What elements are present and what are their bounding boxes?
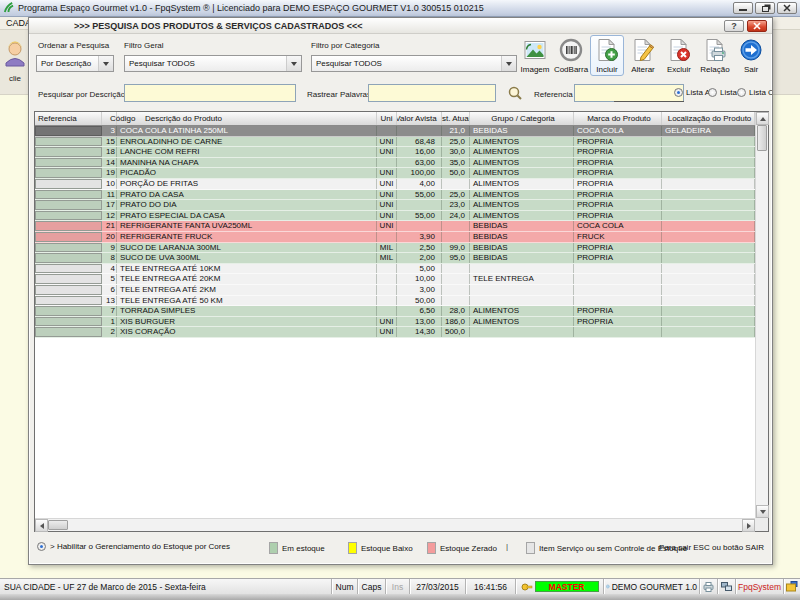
table-row[interactable]: 13TELE ENTREGA ATÉ 50 KM50,00 (35, 296, 755, 307)
cell-codigo: 12 (102, 211, 117, 221)
dialog-titlebar: >>> PESQUISA DOS PRODUTOS & SERVIÇOS CAD… (29, 18, 772, 34)
stock-colors-toggle[interactable]: > Habilitar o Gerenciamento do Estoque p… (37, 542, 230, 551)
alterar-button[interactable]: Alterar (626, 35, 660, 76)
general-filter-label: Filtro Geral (124, 41, 164, 50)
minimize-button[interactable] (733, 2, 753, 14)
table-row[interactable]: 15ENROLADINHO DE CARNEUNI68,4825,0ALIMEN… (35, 137, 755, 148)
relação-button[interactable]: Relação (698, 35, 732, 76)
table-row[interactable]: 10PORÇÃO DE FRITASUNI4,00ALIMENTOSPROPRI… (35, 179, 755, 190)
column-header-c0[interactable]: Referencia (35, 112, 102, 125)
incluir-button[interactable]: Incluir (590, 35, 624, 76)
imagem-button[interactable]: Imagem (518, 35, 552, 76)
list-radio-label: Lista C (749, 88, 773, 97)
column-header-c8[interactable]: Localização do Produto (662, 112, 755, 125)
table-row[interactable]: 5TELE ENTREGA ATÉ 20KM10,00TELE ENTREGA (35, 274, 755, 285)
column-header-c7[interactable]: Marca do Produto (574, 112, 662, 125)
close-button[interactable] (777, 2, 797, 14)
table-row[interactable]: 3COCA COLA LATINHA 250ML21,0BEBIDASCOCA … (35, 126, 755, 137)
table-row[interactable]: 20REFRIGERANTE FRUCK3,90BEBIDASFRUCK (35, 232, 755, 243)
column-header-c4[interactable]: Valor Avista (397, 112, 442, 125)
table-row[interactable]: 11PRATO DA CASAUNI55,0025,0ALIMENTOSPROP… (35, 190, 755, 201)
table-row[interactable]: 2XIS CORAÇÃOUNI14,30500,0 (35, 327, 755, 338)
horizontal-scroll-thumb[interactable] (48, 520, 68, 530)
cell-uni: UNI (377, 317, 397, 327)
cell-uni: MIL (377, 243, 397, 253)
column-header-c5[interactable]: Est. Atual (442, 112, 470, 125)
table-row[interactable]: 17PRATO DO DIAUNI23,0ALIMENTOSPROPRIA (35, 200, 755, 211)
cell-codigo: 5 (102, 274, 117, 284)
cell-marca: PROPRIA (574, 158, 662, 168)
order-filter-select[interactable]: Por Descrição (36, 55, 114, 72)
scroll-left-button[interactable] (35, 519, 48, 532)
vertical-scrollbar[interactable] (755, 112, 768, 518)
table-row[interactable]: 1XIS BURGUERUNI13,00186,0ALIMENTOSPROPRI… (35, 317, 755, 328)
table-row[interactable]: 12PRATO ESPECIAL DA CASAUNI55,0024,0ALIM… (35, 211, 755, 222)
status-network-panel (718, 579, 736, 594)
table-row[interactable]: 21REFRIGERANTE FANTA UVA250MLUNIBEBIDASC… (35, 221, 755, 232)
toolbar-button-label: Excluir (667, 65, 691, 74)
column-header-c3[interactable]: Uni (377, 112, 397, 125)
cell-valor: 6,50 (397, 306, 442, 316)
cell-uni: UNI (377, 137, 397, 147)
status-tray-panel (784, 579, 800, 594)
sair-button[interactable]: Sair (734, 35, 768, 76)
table-row[interactable]: 19PICADÃOUNI100,0050,0ALIMENTOSPROPRIA (35, 168, 755, 179)
column-header-c6[interactable]: Grupo / Categoria (470, 112, 574, 125)
cell-valor: 13,00 (397, 317, 442, 327)
cell-uni: UNI (377, 147, 397, 157)
horizontal-scrollbar[interactable] (35, 518, 755, 531)
category-filter-label: Filtro por Categoria (311, 41, 379, 50)
toolbar-button-label: Imagem (521, 65, 550, 74)
category-filter-select[interactable]: Pesquisar TODOS (311, 55, 517, 72)
cell-descricao: XIS CORAÇÃO (117, 327, 377, 337)
table-row[interactable]: 18LANCHE COM REFRIUNI16,0030,0ALIMENTOSP… (35, 147, 755, 158)
cell-referencia (35, 264, 102, 274)
legend-item: Em estoque (269, 542, 325, 554)
cell-marca: PROPRIA (574, 243, 662, 253)
track-words-input[interactable] (368, 84, 496, 102)
reference-underline (614, 101, 684, 102)
cell-referencia (35, 253, 102, 263)
list-radio-c[interactable]: Lista C (737, 88, 773, 97)
vertical-scroll-thumb[interactable] (757, 125, 767, 151)
column-header-c1[interactable]: Código (102, 112, 117, 125)
table-row[interactable]: 7TORRADA SIMPLES6,5028,0ALIMENTOSPROPRIA (35, 306, 755, 317)
general-filter-select[interactable]: Pesquisar TODOS (124, 55, 302, 72)
cell-marca (574, 327, 662, 337)
clients-toolbar-button[interactable]: clie (2, 38, 28, 83)
list-radio-a[interactable]: Lista A (674, 88, 710, 97)
cell-referencia (35, 243, 102, 253)
table-row[interactable]: 6TELE ENTREGA ATÉ 2KM3,00 (35, 285, 755, 296)
dialog-close-button[interactable] (747, 20, 767, 32)
status-company-panel: DEMO GOURMET 1.0 (604, 579, 700, 594)
restore-button[interactable] (755, 2, 775, 14)
table-row[interactable]: 4TELE ENTREGA ATÉ 10KM5,00 (35, 264, 755, 275)
scroll-up-button[interactable] (756, 112, 769, 125)
cell-referencia (35, 285, 102, 295)
legend-label: Item Serviço ou sem Controle de Estoque (539, 544, 687, 553)
search-description-input[interactable] (124, 84, 296, 102)
delete-doc-icon (667, 38, 691, 64)
status-date: 27/03/2015 (410, 579, 466, 594)
legend-label: Estoque Baixo (361, 544, 413, 553)
table-row[interactable]: 9SUCO DE LARANJA 300MLMIL2,5099,0BEBIDAS… (35, 243, 755, 254)
cell-uni: UNI (377, 179, 397, 189)
cell-uni: MIL (377, 253, 397, 263)
cell-descricao: TELE ENTREGA ATÉ 50 KM (117, 296, 377, 306)
reference-input[interactable] (574, 84, 684, 102)
table-row[interactable]: 8SUCO DE UVA 300MLMIL2,0095,0BEBIDASPROP… (35, 253, 755, 264)
codbarra-button[interactable]: CodBarra (554, 35, 588, 76)
cell-descricao: COCA COLA LATINHA 250ML (117, 126, 377, 136)
cell-local (662, 327, 755, 337)
restore-icon (762, 6, 769, 12)
help-button[interactable]: ? (724, 20, 744, 32)
excluir-button[interactable]: Excluir (662, 35, 696, 76)
cell-valor: 16,00 (397, 147, 442, 157)
general-filter-value: Pesquisar TODOS (129, 59, 286, 68)
column-header-c2[interactable]: Descrição do Produto (117, 112, 377, 125)
cell-local (662, 232, 755, 242)
cell-uni (377, 264, 397, 274)
scroll-right-button[interactable] (742, 519, 755, 532)
scroll-down-button[interactable] (756, 505, 769, 518)
table-row[interactable]: 14MANINHA NA CHAPA63,0035,0ALIMENTOSPROP… (35, 158, 755, 169)
